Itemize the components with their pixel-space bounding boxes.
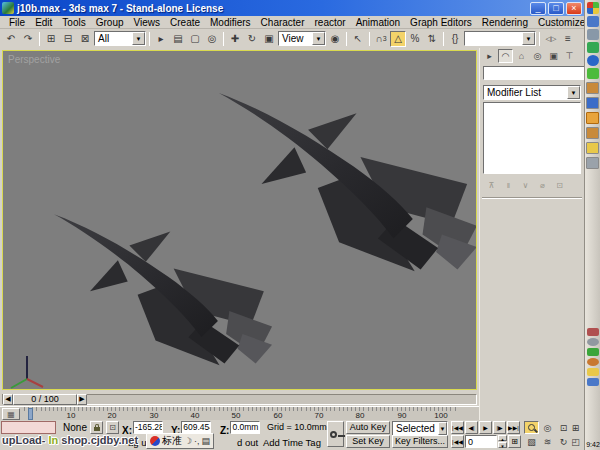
reference-coordsys-dropdown[interactable]: View ▼ (278, 31, 326, 46)
jet-model-small[interactable] (54, 214, 272, 365)
spinner-down-icon[interactable]: ▾ (498, 442, 507, 448)
go-to-start-icon[interactable]: |◀◀ (451, 421, 464, 434)
menu-file[interactable]: File (4, 17, 30, 28)
taskbar-window-3[interactable] (586, 127, 599, 139)
min-max-toggle-icon[interactable]: ◰ (568, 435, 583, 448)
taskbar-window-1[interactable] (586, 82, 599, 94)
ime-fullwidth-icon[interactable]: ☽ (184, 436, 192, 446)
ime-mode-label[interactable]: 标准 (162, 434, 182, 448)
zoom-all-icon[interactable]: ◎ (540, 421, 555, 434)
menu-reactor[interactable]: reactor (310, 17, 351, 28)
rect-selection-region-icon[interactable]: ▢ (187, 31, 203, 47)
go-to-start-icon[interactable]: |◀◀ (451, 435, 464, 448)
pin-stack-icon[interactable]: ⊼ (484, 178, 499, 192)
select-rotate-icon[interactable]: ↻ (244, 31, 260, 47)
restore-button[interactable]: □ (548, 2, 564, 15)
ime-keyboard-icon[interactable]: ▤ (202, 436, 211, 446)
set-key-button[interactable]: Set Key (346, 435, 390, 448)
ime-language-bar[interactable]: 标准 ☽ ·, ▤ (146, 433, 214, 449)
menu-create[interactable]: Create (165, 17, 205, 28)
tray-network-icon[interactable] (587, 378, 599, 386)
chevron-down-icon[interactable]: ▼ (438, 422, 447, 435)
pan-icon[interactable]: ≋ (540, 435, 555, 448)
undo-icon[interactable]: ↶ (3, 31, 19, 47)
tab-motion-icon[interactable]: ◎ (530, 49, 545, 63)
selection-filter-dropdown[interactable]: All ▼ (94, 31, 146, 46)
menu-graph-editors[interactable]: Graph Editors (405, 17, 477, 28)
tab-modify-icon[interactable]: ◠ (498, 49, 513, 63)
percent-snap-icon[interactable]: % (407, 31, 423, 47)
printer-icon[interactable] (586, 157, 599, 169)
zoom-extents-all-icon[interactable]: ⊞ (568, 421, 583, 434)
configure-modifier-sets-icon[interactable]: ⊡ (552, 178, 567, 192)
close-button[interactable]: × (566, 2, 582, 15)
viewport-label[interactable]: Perspective (8, 54, 60, 65)
select-move-icon[interactable]: ✚ (227, 31, 243, 47)
tab-create-icon[interactable]: ▸ (482, 49, 497, 63)
ime-logo-icon[interactable] (150, 436, 160, 446)
tab-utilities-icon[interactable]: ⊤ (562, 49, 577, 63)
previous-frame-icon[interactable]: ◀| (465, 421, 478, 434)
remove-modifier-icon[interactable]: ⌀ (535, 178, 550, 192)
menu-tools[interactable]: Tools (57, 17, 90, 28)
tab-hierarchy-icon[interactable]: ⌂ (514, 49, 529, 63)
select-object-icon[interactable]: ▸ (153, 31, 169, 47)
quicklaunch-icon-1[interactable] (587, 16, 599, 27)
tab-display-icon[interactable]: ▣ (546, 49, 561, 63)
menu-customize[interactable]: Customize (533, 17, 590, 28)
zoom-icon[interactable] (524, 421, 539, 434)
frame-back-icon[interactable]: ◀ (3, 394, 13, 405)
taskbar-window-active[interactable] (586, 112, 599, 124)
named-selection-dropdown[interactable]: ▼ (464, 31, 536, 46)
bind-spacewarp-icon[interactable]: ⊠ (77, 31, 93, 47)
time-configuration-icon[interactable]: ⊞ (508, 435, 521, 448)
taskbar-window-2[interactable] (586, 97, 599, 109)
go-to-end-icon[interactable]: ▶▶| (507, 421, 520, 434)
menu-edit[interactable]: Edit (30, 17, 57, 28)
make-unique-icon[interactable]: ∨ (518, 178, 533, 192)
select-link-icon[interactable]: ⊞ (43, 31, 59, 47)
menu-group[interactable]: Group (91, 17, 129, 28)
menu-rendering[interactable]: Rendering (477, 17, 533, 28)
volume-icon[interactable] (587, 338, 599, 346)
jet-model-large[interactable] (219, 93, 477, 271)
menu-character[interactable]: Character (256, 17, 310, 28)
edit-named-selections-icon[interactable]: {} (447, 31, 463, 47)
angle-snap-icon[interactable]: △ (390, 31, 406, 47)
menu-animation[interactable]: Animation (351, 17, 405, 28)
key-filters-button[interactable]: Key Filters... (392, 435, 448, 448)
redo-icon[interactable]: ↷ (20, 31, 36, 47)
spinner-snap-icon[interactable]: ⇅ (424, 31, 440, 47)
frame-forward-icon[interactable]: ▶ (77, 394, 87, 405)
time-slider-button[interactable]: 0 / 100 (13, 394, 77, 405)
unlink-icon[interactable]: ⊟ (60, 31, 76, 47)
mirror-icon[interactable]: ◁▷ (543, 31, 559, 47)
selection-mode-icon[interactable]: ◎ (204, 31, 220, 47)
quicklaunch-icon-2[interactable] (587, 29, 599, 40)
select-scale-icon[interactable]: ▣ (261, 31, 277, 47)
minimize-button[interactable]: _ (530, 2, 546, 15)
selection-lock-icon[interactable] (90, 421, 103, 434)
track-bar[interactable]: ▦ 10 20 30 40 50 60 70 80 90 100 (0, 406, 479, 420)
tray-icon-3[interactable] (587, 358, 599, 366)
add-time-tag[interactable]: Add Time Tag (263, 437, 321, 448)
menu-modifiers[interactable]: Modifiers (205, 17, 256, 28)
tray-lock-icon[interactable] (587, 368, 599, 376)
chevron-down-icon[interactable]: ▼ (132, 32, 145, 45)
use-center-icon[interactable]: ◉ (327, 31, 343, 47)
spinner-up-icon[interactable]: ▴ (498, 435, 507, 441)
chevron-down-icon[interactable]: ▼ (567, 86, 580, 99)
show-end-result-icon[interactable]: ‖ (501, 178, 516, 192)
browser-globe-icon[interactable] (587, 55, 599, 66)
maxscript-mini-listener[interactable] (1, 421, 56, 434)
chevron-down-icon[interactable]: ▼ (522, 32, 535, 45)
folder-icon[interactable] (586, 142, 599, 154)
tray-icon-2[interactable] (587, 348, 599, 356)
next-frame-icon[interactable]: |▶ (493, 421, 506, 434)
modifier-stack-list[interactable] (483, 102, 581, 174)
play-icon[interactable]: ▶ (479, 421, 492, 434)
quicklaunch-icon-3[interactable] (587, 42, 599, 53)
chevron-down-icon[interactable]: ▼ (312, 32, 325, 45)
select-by-name-icon[interactable]: ▤ (170, 31, 186, 47)
snap-toggle-icon[interactable]: ∩3 (373, 31, 389, 47)
